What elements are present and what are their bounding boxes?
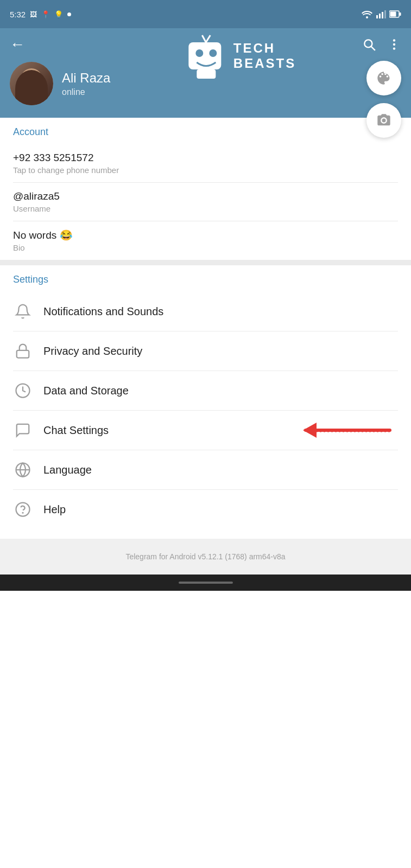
status-bar: 5:32 🖼 📍 💡 xyxy=(0,0,411,28)
svg-point-12 xyxy=(393,47,395,49)
phone-number: +92 333 5251572 xyxy=(13,152,398,164)
settings-item-data[interactable]: Data and Storage xyxy=(13,371,398,411)
svg-rect-6 xyxy=(390,12,396,17)
svg-point-16 xyxy=(195,49,203,57)
svg-rect-18 xyxy=(197,69,216,79)
red-arrow-icon xyxy=(273,417,393,443)
photo-icon: 🖼 xyxy=(30,10,37,18)
svg-marker-23 xyxy=(303,423,317,438)
fab-palette-button[interactable] xyxy=(366,61,401,95)
svg-point-19 xyxy=(382,119,386,123)
privacy-label: Privacy and Security xyxy=(43,345,398,358)
chat-icon xyxy=(13,420,33,440)
camera-icon xyxy=(376,113,391,128)
svg-rect-1 xyxy=(376,15,378,18)
status-time: 5:32 xyxy=(10,10,26,19)
svg-point-28 xyxy=(16,503,30,516)
bulb-icon: 💡 xyxy=(54,10,63,18)
section-divider xyxy=(0,260,411,265)
header-top-icons xyxy=(362,37,401,52)
svg-point-11 xyxy=(393,43,395,46)
bio-sub: Bio xyxy=(13,243,398,252)
svg-point-10 xyxy=(393,39,395,41)
svg-rect-4 xyxy=(384,10,386,18)
logo-text: TECH BEASTS xyxy=(233,41,296,71)
svg-line-9 xyxy=(371,47,375,50)
notifications-label: Notifications and Sounds xyxy=(43,305,398,318)
svg-line-14 xyxy=(202,35,206,42)
status-bar-right xyxy=(361,10,401,18)
bio-value: No words 😂 xyxy=(13,229,398,241)
settings-item-notifications[interactable]: Notifications and Sounds xyxy=(13,292,398,331)
bio-item[interactable]: No words 😂 Bio xyxy=(13,221,398,260)
settings-section: Settings Notifications and Sounds Privac… xyxy=(0,265,411,529)
battery-icon xyxy=(389,10,401,18)
bottom-bar xyxy=(0,575,411,591)
more-icon[interactable] xyxy=(387,37,401,52)
settings-title: Settings xyxy=(13,274,398,285)
header-logo: TECH BEASTS xyxy=(183,33,296,79)
settings-item-help[interactable]: Help xyxy=(13,490,398,529)
back-button[interactable]: ← xyxy=(10,36,25,53)
bell-icon xyxy=(13,302,33,321)
data-label: Data and Storage xyxy=(43,385,398,397)
username-sub: Username xyxy=(13,204,398,213)
version-footer: Telegram for Android v5.12.1 (1768) arm6… xyxy=(0,539,411,575)
version-text: Telegram for Android v5.12.1 (1768) arm6… xyxy=(125,552,285,561)
red-arrow-annotation xyxy=(273,417,393,443)
location-icon: 📍 xyxy=(41,10,50,18)
language-label: Language xyxy=(43,464,398,476)
svg-rect-2 xyxy=(379,14,381,18)
globe-icon xyxy=(13,460,33,480)
account-section: Account +92 333 5251572 Tap to change ph… xyxy=(0,118,411,260)
svg-point-0 xyxy=(366,16,368,18)
account-title: Account xyxy=(13,126,398,138)
help-label: Help xyxy=(43,503,398,516)
robot-logo-icon xyxy=(183,33,229,79)
header: ← xyxy=(0,28,411,118)
username-item[interactable]: @aliraza5 Username xyxy=(13,183,398,221)
avatar-body xyxy=(15,70,48,105)
avatar xyxy=(10,62,53,105)
wifi-icon xyxy=(361,10,373,18)
settings-item-privacy[interactable]: Privacy and Security xyxy=(13,331,398,371)
phone-sub: Tap to change phone number xyxy=(13,165,398,175)
svg-point-8 xyxy=(364,40,372,47)
home-indicator xyxy=(179,582,233,584)
svg-rect-7 xyxy=(400,12,401,16)
profile-name: Ali Raza xyxy=(62,71,110,86)
svg-rect-20 xyxy=(17,350,29,358)
avatar-image xyxy=(10,62,53,105)
fab-camera-button[interactable] xyxy=(366,103,401,138)
palette-icon xyxy=(376,71,391,86)
dot-icon xyxy=(67,12,71,16)
lock-icon xyxy=(13,341,33,361)
username-value: @aliraza5 xyxy=(13,190,398,202)
profile-status: online xyxy=(62,87,110,97)
svg-line-15 xyxy=(206,35,210,42)
svg-point-17 xyxy=(209,49,217,57)
profile-info: Ali Raza online xyxy=(62,71,110,97)
signal-icon xyxy=(376,10,386,18)
settings-item-chat[interactable]: Chat Settings xyxy=(13,411,398,450)
svg-rect-3 xyxy=(382,12,383,18)
help-icon xyxy=(13,500,33,519)
settings-item-language[interactable]: Language xyxy=(13,450,398,490)
status-bar-left: 5:32 🖼 📍 💡 xyxy=(10,10,71,19)
phone-item[interactable]: +92 333 5251572 Tap to change phone numb… xyxy=(13,144,398,183)
clock-icon xyxy=(13,381,33,400)
search-icon[interactable] xyxy=(362,37,376,52)
